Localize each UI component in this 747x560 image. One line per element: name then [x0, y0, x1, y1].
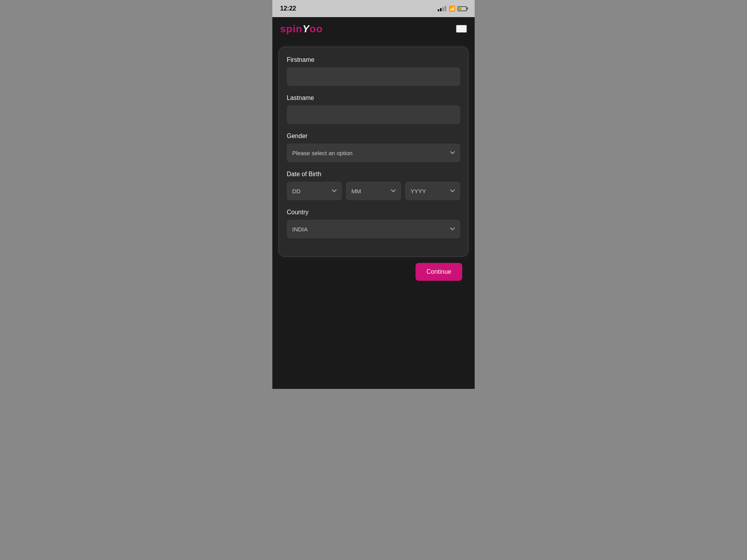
- form-card: Firstname Lastname Gender Please select …: [279, 47, 468, 257]
- dob-year-select[interactable]: YYYY for(let y=new Date().getFullYear();…: [405, 182, 460, 200]
- logo-spin: spin: [280, 23, 302, 35]
- status-icons: 📶: [438, 5, 467, 12]
- continue-button[interactable]: Continue: [416, 263, 462, 281]
- hamburger-menu-button[interactable]: [456, 25, 467, 33]
- gender-select[interactable]: Please select an option Male Female Othe…: [287, 144, 460, 162]
- app-header: spinYoo: [272, 17, 475, 40]
- country-select[interactable]: INDIA UNITED KINGDOM UNITED STATES: [287, 220, 460, 238]
- battery-icon: [458, 6, 467, 11]
- battery-level: [459, 7, 461, 10]
- logo-roo: oo: [310, 23, 323, 35]
- hamburger-line-3: [457, 31, 466, 32]
- continue-area: Continue: [279, 263, 468, 281]
- country-label: Country: [287, 209, 460, 216]
- firstname-input[interactable]: [287, 67, 460, 86]
- gender-group: Gender Please select an option Male Fema…: [287, 133, 460, 162]
- bottom-space: [272, 358, 475, 389]
- hamburger-line-1: [457, 26, 466, 26]
- app-logo: spinYoo: [280, 23, 323, 35]
- lastname-input[interactable]: [287, 105, 460, 124]
- logo-y: Y: [302, 23, 309, 35]
- lastname-label: Lastname: [287, 94, 460, 102]
- country-group: Country INDIA UNITED KINGDOM UNITED STAT…: [287, 209, 460, 238]
- firstname-group: Firstname: [287, 56, 460, 86]
- status-time: 12:22: [280, 5, 296, 12]
- wifi-icon: 📶: [449, 5, 455, 12]
- dob-row: DD for(let i=1;i<=31;i++){document.write…: [287, 182, 460, 200]
- lastname-group: Lastname: [287, 94, 460, 124]
- hamburger-line-2: [457, 28, 466, 29]
- phone-frame: 12:22 📶 spinYoo: [272, 0, 475, 389]
- firstname-label: Firstname: [287, 56, 460, 63]
- gender-label: Gender: [287, 133, 460, 140]
- dob-month-select[interactable]: MM const months=['Jan','Feb','Mar','Apr'…: [346, 182, 401, 200]
- signal-icon: [438, 6, 446, 11]
- status-bar: 12:22 📶: [272, 0, 475, 17]
- dob-group: Date of Birth DD for(let i=1;i<=31;i++){…: [287, 171, 460, 200]
- app-content: Firstname Lastname Gender Please select …: [272, 40, 475, 358]
- dob-label: Date of Birth: [287, 171, 460, 178]
- dob-day-select[interactable]: DD for(let i=1;i<=31;i++){document.write…: [287, 182, 342, 200]
